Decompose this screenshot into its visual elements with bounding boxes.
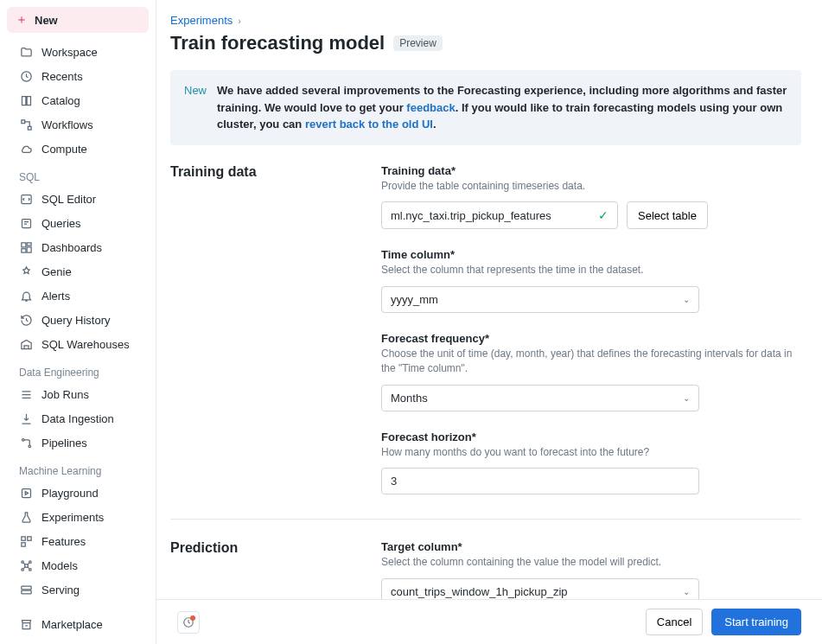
genie-icon [19,265,33,278]
models-icon [19,558,33,572]
time-column-select[interactable]: yyyy_mm ⌄ [381,286,699,313]
sidebar-item-models[interactable]: Models [0,553,156,577]
sidebar-item-workspace[interactable]: Workspace [0,40,156,64]
svg-rect-20 [21,586,30,590]
chevron-down-icon: ⌄ [683,393,690,403]
list-icon [19,387,33,401]
new-button[interactable]: ＋ New [7,7,149,33]
training-data-input[interactable]: ml.nyc_taxi.trip_pickup_features ✓ [381,201,618,229]
cancel-button[interactable]: Cancel [646,609,703,635]
check-icon: ✓ [598,208,609,222]
sidebar-item-recents[interactable]: Recents [0,64,156,88]
target-column-select[interactable]: count_trips_window_1h_pickup_zip ⌄ [381,578,699,599]
section-prediction: Prediction Target column* Select the col… [170,540,801,599]
svg-rect-8 [21,248,25,252]
section-header-sql: SQL [0,161,156,187]
pipeline-icon [19,436,33,450]
store-icon [19,617,33,631]
chevron-right-icon: › [238,16,241,26]
dashboard-icon [19,240,33,254]
clock-icon [19,69,33,83]
sidebar: ＋ New Workspace Recents Catalog Workflow… [0,0,156,644]
start-training-button[interactable]: Start training [711,609,801,635]
revert-link[interactable]: revert back to the old UI [305,118,433,131]
field-time-column: Time column* Select the column that repr… [381,248,801,313]
svg-rect-14 [21,542,24,545]
sidebar-item-alerts[interactable]: Alerts [0,284,156,308]
breadcrumb-root[interactable]: Experiments [170,14,233,27]
playground-icon [19,486,33,500]
frequency-select[interactable]: Months ⌄ [381,385,699,411]
features-icon [19,534,33,548]
queries-icon [19,216,33,230]
sidebar-item-experiments[interactable]: Experiments [0,505,156,529]
sidebar-item-genie[interactable]: Genie [0,259,156,284]
cloud-icon [19,142,33,156]
field-horizon: Forecast horizon* How many months do you… [381,430,801,495]
feedback-link[interactable]: feedback [406,101,455,114]
sidebar-item-data-ingestion[interactable]: Data Ingestion [0,406,156,430]
page-title: Train forecasting model [170,32,385,54]
section-header-de: Data Engineering [0,356,156,382]
sidebar-item-queries[interactable]: Queries [0,211,156,235]
folder-icon [19,45,33,59]
svg-rect-5 [21,242,25,246]
sidebar-item-catalog[interactable]: Catalog [0,88,156,112]
svg-rect-7 [27,246,31,252]
svg-rect-1 [21,119,24,123]
content-scroll[interactable]: Experiments › Train forecasting model Pr… [156,0,822,599]
svg-point-10 [29,445,31,448]
chevron-down-icon: ⌄ [683,295,690,304]
sidebar-item-playground[interactable]: Playground [0,481,156,505]
notification-dot [190,615,195,621]
svg-point-19 [29,568,31,571]
field-target-column: Target column* Select the column contain… [381,540,801,599]
select-table-button[interactable]: Select table [627,201,708,229]
sidebar-item-sql-editor[interactable]: SQL Editor [0,187,156,211]
svg-rect-6 [27,242,31,245]
chevron-down-icon: ⌄ [683,587,690,596]
main: Experiments › Train forecasting model Pr… [156,0,822,644]
section-title-prediction: Prediction [170,540,360,599]
sidebar-item-compute[interactable]: Compute [0,137,156,161]
sidebar-item-sql-warehouses[interactable]: SQL Warehouses [0,332,156,356]
plus-icon: ＋ [16,12,28,28]
svg-rect-21 [21,590,30,594]
svg-rect-2 [28,126,31,130]
preview-badge: Preview [393,35,443,51]
flask-icon [19,510,33,524]
svg-rect-13 [27,536,30,539]
section-title-training: Training data [170,164,360,495]
sidebar-item-query-history[interactable]: Query History [0,308,156,332]
book-icon [19,93,33,107]
activity-icon-button[interactable] [177,611,200,634]
sidebar-item-pipelines[interactable]: Pipelines [0,430,156,455]
sidebar-item-dashboards[interactable]: Dashboards [0,235,156,259]
svg-point-9 [22,438,24,441]
sidebar-item-workflows[interactable]: Workflows [0,112,156,137]
notice-banner: New We have added several improvements t… [170,70,801,145]
svg-point-16 [21,560,23,563]
history-icon [19,313,33,327]
section-training: Training data Training data* Provide the… [170,164,801,520]
sidebar-item-job-runs[interactable]: Job Runs [0,382,156,406]
new-label: New [35,14,58,27]
notice-tag: New [184,82,207,133]
horizon-input[interactable]: 3 [381,468,699,494]
sidebar-item-serving[interactable]: Serving [0,577,156,602]
workflow-icon [19,118,33,131]
field-training-data: Training data* Provide the table contain… [381,164,801,230]
sidebar-item-features[interactable]: Features [0,529,156,553]
bell-icon [19,289,33,303]
svg-rect-11 [22,488,30,497]
footer: Cancel Start training [156,599,822,644]
svg-rect-12 [21,536,24,539]
code-icon [19,192,33,206]
serving-icon [19,583,33,596]
section-header-ml: Machine Learning [0,455,156,481]
field-frequency: Forecast frequency* Choose the unit of t… [381,332,801,411]
notice-body: We have added several improvements to th… [217,82,787,133]
warehouse-icon [19,337,33,351]
svg-point-17 [29,560,31,563]
sidebar-item-marketplace[interactable]: Marketplace [0,612,156,636]
